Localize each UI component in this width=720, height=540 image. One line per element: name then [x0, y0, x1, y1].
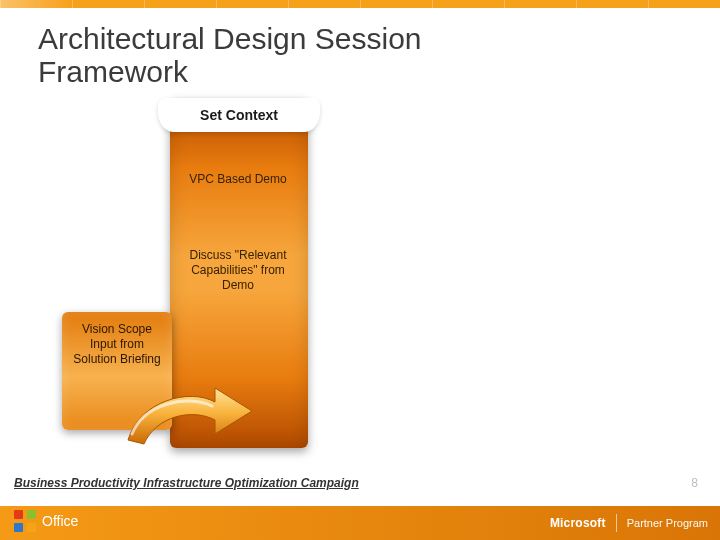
bottom-banner: Microsoft Partner Program [0, 506, 720, 540]
slide-title: Architectural Design Session Framework [38, 22, 558, 88]
office-logo: Office [14, 510, 78, 532]
vision-scope-card: Vision Scope Input from Solution Briefin… [62, 312, 172, 430]
vpc-demo-label: VPC Based Demo [178, 172, 298, 187]
top-accent-bar [0, 0, 720, 8]
partner-program-text: Partner Program [627, 517, 708, 529]
set-context-header: Set Context [158, 98, 320, 132]
discuss-capabilities-label: Discuss "Relevant Capabilities" from Dem… [178, 248, 298, 293]
office-wordmark: Office [42, 513, 78, 529]
page-number: 8 [691, 476, 698, 490]
logo-divider [616, 514, 617, 532]
partner-program-logo: Microsoft Partner Program [550, 514, 708, 532]
microsoft-wordmark: Microsoft [550, 516, 606, 530]
campaign-footer: Business Productivity Infrastructure Opt… [14, 476, 359, 490]
office-squares-icon [14, 510, 36, 532]
